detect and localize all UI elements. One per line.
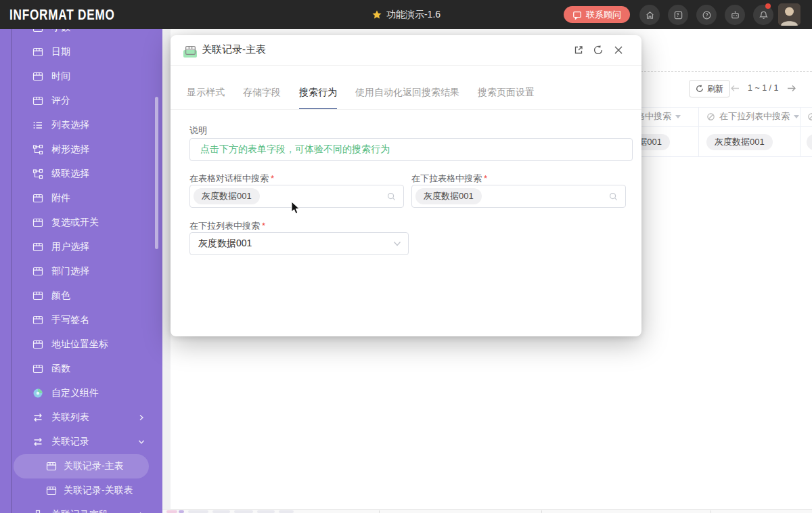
sidebar-item-related-list[interactable]: 关联列表: [0, 405, 162, 430]
flow-icon: [32, 510, 43, 513]
sidebar-item-related-record[interactable]: 关联记录: [0, 430, 162, 454]
tab-search-page-settings[interactable]: 搜索页面设置: [478, 87, 535, 110]
sidebar-item-label: 手写签名: [51, 314, 89, 326]
feedback-icon: [673, 10, 683, 20]
sidebar-scrollbar[interactable]: [155, 97, 158, 249]
table-cell-chip: 灰度数据001: [706, 134, 773, 150]
sidebar-item-cascade-select[interactable]: 级联选择: [0, 162, 162, 186]
sidebar-item-custom-component[interactable]: 自定义组件: [0, 381, 162, 405]
app-root: { "topbar": { "logo": "INFORMAT DEMO", "…: [0, 0, 812, 513]
chip-label: 据001: [638, 136, 662, 148]
table-header-col1[interactable]: 格中搜索: [636, 107, 681, 126]
open-in-new-icon[interactable]: [573, 45, 584, 55]
table-header-col3-partial: [807, 107, 812, 126]
sidebar-item-date[interactable]: 日期: [0, 40, 162, 64]
table-icon: [32, 71, 43, 82]
dropdown-list-search-select[interactable]: 灰度数据001: [189, 232, 409, 255]
refresh-button[interactable]: 刷新: [689, 80, 730, 97]
avatar-image: [778, 3, 800, 26]
table-cell-chip-partial: [807, 134, 812, 150]
row-fragment: [212, 510, 230, 513]
sidebar-item-signature[interactable]: 手写签名: [0, 308, 162, 332]
prev-page-icon[interactable]: [731, 85, 740, 92]
table-column-border: [698, 107, 699, 157]
swap-icon: [32, 437, 43, 447]
field-label-text: 在下拉列表中搜索: [189, 221, 260, 231]
sidebar-item-label: 关联列表: [51, 411, 89, 424]
row-fragment: [379, 510, 380, 513]
dropdown-table-search-input[interactable]: 灰度数据001: [411, 185, 626, 208]
tab-automation-results[interactable]: 使用自动化返回搜索结果: [355, 87, 459, 110]
help-icon: [702, 10, 712, 20]
required-mark: *: [271, 173, 274, 183]
field-label-dropdown-list-search: 在下拉列表中搜索*: [189, 220, 265, 232]
bottom-row-sliver: [162, 509, 812, 513]
link-icon: [706, 112, 715, 121]
sidebar-item-color[interactable]: 颜色: [0, 284, 162, 308]
tab-storage-field[interactable]: 存储字段: [243, 87, 281, 110]
contact-advisor-label: 联系顾问: [586, 9, 621, 21]
tree-icon: [32, 169, 43, 179]
sidebar-item-decimal[interactable]: 小数: [0, 29, 162, 40]
sidebar-item-attachment[interactable]: 附件: [0, 186, 162, 210]
chip-label: 灰度数据001: [715, 136, 765, 148]
sidebar-item-label: 关联记录-主表: [64, 460, 124, 472]
sidebar-item-user-select[interactable]: 用户选择: [0, 235, 162, 259]
avatar[interactable]: [778, 3, 800, 26]
table-icon: [32, 95, 43, 106]
sidebar-item-rating[interactable]: 评分: [0, 89, 162, 113]
sidebar-item-department-select[interactable]: 部门选择: [0, 259, 162, 284]
refresh-icon: [696, 85, 704, 93]
notification-dot: [765, 3, 771, 9]
value-chip[interactable]: 灰度数据001: [415, 188, 482, 204]
next-page-icon[interactable]: [787, 85, 796, 92]
sidebar-item-label: 树形选择: [51, 143, 89, 156]
refresh-label: 刷新: [707, 83, 723, 95]
sidebar-item-label: 附件: [51, 192, 70, 204]
filter-caret-icon: [794, 115, 799, 118]
sidebar-item-time[interactable]: 时间: [0, 64, 162, 89]
refresh-icon[interactable]: [593, 45, 604, 55]
table-icon: [32, 363, 43, 374]
sidebar-item-related-record-linked[interactable]: 关联记录-关联表: [0, 478, 162, 503]
disc-icon: [32, 388, 43, 399]
contact-advisor-button[interactable]: 联系顾问: [564, 6, 630, 23]
tab-display-style[interactable]: 显示样式: [187, 87, 225, 110]
description-text: 点击下方的表单字段，可体验不同的搜索行为: [200, 143, 390, 156]
close-icon[interactable]: [613, 45, 624, 55]
sidebar-item-label: 颜色: [51, 290, 70, 302]
sidebar-item-tree-select[interactable]: 树形选择: [0, 137, 162, 162]
table-icon: [32, 47, 43, 58]
table-header-col2[interactable]: 在下拉列表中搜索: [706, 107, 799, 126]
table-icon: [32, 242, 43, 252]
sidebar-item-list-select[interactable]: 列表选择: [0, 113, 162, 137]
value-chip[interactable]: 灰度数据001: [194, 188, 260, 204]
feedback-button[interactable]: [668, 5, 688, 25]
tab-search-behavior[interactable]: 搜索行为: [299, 87, 337, 110]
table-header-label: 在下拉列表中搜索: [719, 110, 790, 122]
sidebar-item-label: 自定义组件: [51, 387, 99, 399]
notifications-button[interactable]: [753, 5, 773, 25]
field-label-text: 在下拉表格中搜索: [411, 173, 482, 183]
sidebar-item-related-record-main[interactable]: 关联记录-主表: [0, 454, 162, 478]
sidebar-item-checkbox-switch[interactable]: 复选或开关: [0, 210, 162, 235]
home-button[interactable]: [639, 5, 660, 25]
table-icon: [32, 193, 43, 204]
required-mark: *: [484, 173, 487, 183]
help-button[interactable]: [696, 5, 717, 25]
sidebar-item-function[interactable]: 函数: [0, 357, 162, 381]
table-icon: [32, 339, 43, 350]
table-icon: [32, 290, 43, 301]
sidebar-item-related-record-fields[interactable]: 关联记录字段: [0, 503, 162, 513]
table-column-border: [800, 107, 800, 157]
sidebar-item-label: 地址位置坐标: [51, 338, 108, 351]
sidebar-item-address-coords[interactable]: 地址位置坐标: [0, 332, 162, 357]
value-chip-label: 灰度数据001: [202, 190, 252, 202]
filter-caret-icon: [675, 115, 681, 118]
sidebar-menu: 小数 日期 时间 评分 列表选择 树形选择 级联选择 附件: [0, 29, 162, 513]
swap-icon: [32, 412, 43, 423]
row-fragment: [234, 510, 253, 513]
app-title-wrap: 功能演示-1.6: [0, 0, 812, 29]
assistant-button[interactable]: [725, 5, 745, 25]
table-icon: [32, 29, 43, 33]
